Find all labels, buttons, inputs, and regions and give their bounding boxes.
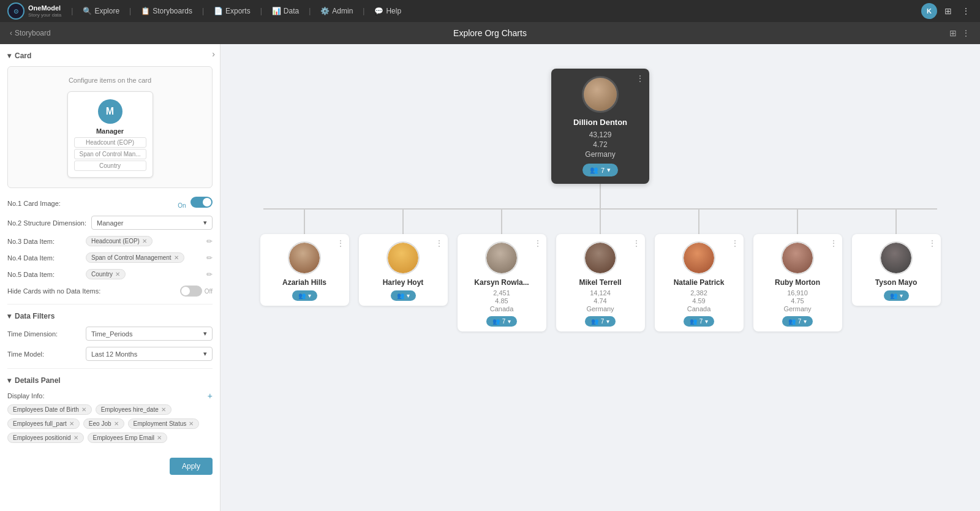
harley-avatar-img	[388, 243, 418, 273]
mikel-card-menu[interactable]: ⋮	[633, 239, 640, 248]
child-connector-tyson	[895, 210, 897, 234]
nav-explore-label: Explore	[94, 7, 119, 15]
data-filters-header[interactable]: ▾ Data Filters	[7, 312, 213, 320]
tag-empemail: Employees Emp Email ✕	[88, 433, 168, 443]
natalie-stat2: 4.59	[661, 297, 737, 305]
root-card-menu[interactable]: ⋮	[636, 74, 644, 83]
details-panel-header[interactable]: ▾ Details Panel	[7, 376, 213, 385]
tag-positionid: Employees positionid ✕	[7, 433, 84, 443]
chevron-icon-6: ▾	[705, 318, 708, 325]
grid-icon[interactable]: ⊞	[942, 5, 954, 17]
page-title: Explore Org Charts	[453, 28, 527, 38]
root-avatar-img	[584, 78, 617, 111]
child-card-tyson: ⋮ Tyson Mayo 👥 ▾	[852, 234, 941, 306]
secondary-right: ⊞ ⋮	[949, 28, 970, 38]
tag-hire: Employees hire_date ✕	[96, 404, 172, 415]
root-expand-count: 7	[601, 167, 605, 174]
nav-admin[interactable]: ⚙️ Admin	[315, 4, 358, 18]
data-item-3-edit-icon[interactable]: ✏	[206, 237, 213, 246]
nav-storyboards[interactable]: 📋 Storyboards	[136, 4, 197, 18]
nav-data[interactable]: 📊 Data	[267, 4, 304, 18]
display-info-tags: Employees Date of Birth ✕ Employees hire…	[7, 404, 213, 443]
back-button[interactable]: ‹ Storyboard	[10, 29, 51, 37]
nav-explore[interactable]: 🔍 Explore	[78, 4, 124, 18]
data-item-5-edit-icon[interactable]: ✏	[206, 270, 213, 279]
apply-button[interactable]: Apply	[170, 458, 213, 475]
user-avatar[interactable]: K	[921, 3, 937, 19]
people-icon-4: 👥	[492, 318, 500, 325]
ruby-card-menu[interactable]: ⋮	[830, 239, 837, 248]
nav-help[interactable]: 💬 Help	[369, 4, 406, 18]
add-display-info-button[interactable]: +	[208, 391, 213, 401]
card-section-header[interactable]: ▾ Card	[7, 51, 213, 60]
azariah-avatar	[288, 241, 321, 274]
chevron-icon-2: ▾	[308, 292, 311, 299]
nav-help-label: Help	[386, 7, 401, 15]
root-expand-button[interactable]: 👥 7 ▾	[582, 164, 618, 176]
toggle-on-label: On	[178, 202, 186, 209]
tag-eeojob-remove[interactable]: ✕	[114, 420, 119, 427]
headcount-tag-remove[interactable]: ✕	[142, 238, 147, 244]
karsyn-card-menu[interactable]: ⋮	[534, 239, 541, 248]
tyson-avatar-img	[881, 243, 911, 273]
natalie-avatar-img	[684, 243, 714, 273]
structure-dim-select[interactable]: Manager ▾	[91, 216, 213, 230]
tag-positionid-remove[interactable]: ✕	[74, 434, 78, 441]
data-item-4-edit-icon[interactable]: ✏	[206, 254, 213, 262]
tag-empstatus-remove[interactable]: ✕	[189, 420, 194, 427]
headcount-tag-label: Headcount (EOP)	[91, 238, 140, 244]
time-dim-select[interactable]: Time_Periods ▾	[86, 327, 213, 341]
tyson-card-menu[interactable]: ⋮	[929, 239, 936, 248]
karsyn-expand-button[interactable]: 👥 7 ▾	[486, 316, 518, 327]
tag-fullpart-remove[interactable]: ✕	[69, 420, 74, 427]
child-card-harley: ⋮ Harley Hoyt 👥 ▾	[359, 234, 448, 306]
main-layout: › ▾ Card Configure items on the card M M…	[0, 44, 980, 511]
more-icon[interactable]: ⋮	[959, 5, 973, 17]
nav-exports[interactable]: 📄 Exports	[209, 4, 255, 18]
azariah-expand-button[interactable]: 👥 ▾	[292, 290, 317, 301]
child-connector-harley	[402, 210, 404, 234]
child-connector-natalie	[698, 210, 699, 234]
layout-icon[interactable]: ⊞	[949, 28, 957, 38]
tag-empstatus: Employment Status ✕	[128, 418, 200, 429]
span-control-tag-remove[interactable]: ✕	[174, 254, 179, 261]
tyson-expand-button[interactable]: 👥 ▾	[884, 290, 909, 301]
hide-cards-label: Hide Cards with no Data Items:	[7, 287, 100, 295]
ruby-avatar-img	[782, 243, 813, 273]
data-item-5-label: No.5 Data Item:	[7, 271, 81, 278]
azariah-card-menu[interactable]: ⋮	[337, 239, 344, 248]
data-item-4-tags: Span of Control Management ✕	[86, 252, 202, 263]
tag-empemail-remove[interactable]: ✕	[157, 434, 162, 441]
mikel-stat2: 4.74	[562, 297, 639, 305]
exports-icon: 📄	[214, 7, 223, 15]
mikel-expand-button[interactable]: 👥 7 ▾	[585, 316, 616, 327]
azariah-avatar-img	[289, 243, 320, 273]
card-image-label: No.1 Card Image:	[7, 200, 81, 207]
top-navigation: ⊙ OneModel Story your data | 🔍 Explore |…	[0, 0, 980, 22]
natalie-name: Natalie Patrick	[661, 278, 737, 287]
country-tag-remove[interactable]: ✕	[115, 271, 120, 278]
people-icon: 👥	[590, 166, 598, 174]
ruby-expand-button[interactable]: 👥 7 ▾	[782, 316, 813, 327]
natalie-card-menu[interactable]: ⋮	[731, 239, 739, 248]
mikel-avatar	[584, 241, 617, 274]
child-wrapper-azariah: ⋮ Azariah Hills 👥 ▾	[255, 210, 354, 306]
card-image-toggle[interactable]	[190, 197, 213, 208]
collapse-sidebar-button[interactable]: ›	[212, 49, 215, 59]
time-model-select[interactable]: Last 12 Months ▾	[86, 347, 213, 361]
harley-card-menu[interactable]: ⋮	[435, 239, 443, 248]
mini-card-field1: Headcount (EOP)	[74, 137, 146, 148]
data-item-4-row: No.4 Data Item: Span of Control Manageme…	[7, 252, 213, 263]
card-config-label: Configure items on the card	[18, 77, 202, 84]
ruby-stat2: 4.75	[760, 297, 836, 305]
options-icon[interactable]: ⋮	[962, 28, 970, 38]
karsyn-stat1: 2,451	[464, 289, 540, 297]
tag-dob-remove[interactable]: ✕	[81, 406, 86, 413]
hide-cards-toggle[interactable]	[180, 286, 202, 297]
content-area: ⋮ Dillion Denton 43,129 4.72 Germany 👥 7…	[221, 44, 980, 511]
tag-hire-remove[interactable]: ✕	[161, 406, 166, 413]
harley-expand-button[interactable]: 👥 ▾	[391, 290, 416, 301]
natalie-expand-button[interactable]: 👥 7 ▾	[684, 316, 715, 327]
hide-cards-row: Hide Cards with no Data Items: Off	[7, 286, 213, 297]
logo[interactable]: ⊙ OneModel Story your data	[7, 2, 61, 20]
